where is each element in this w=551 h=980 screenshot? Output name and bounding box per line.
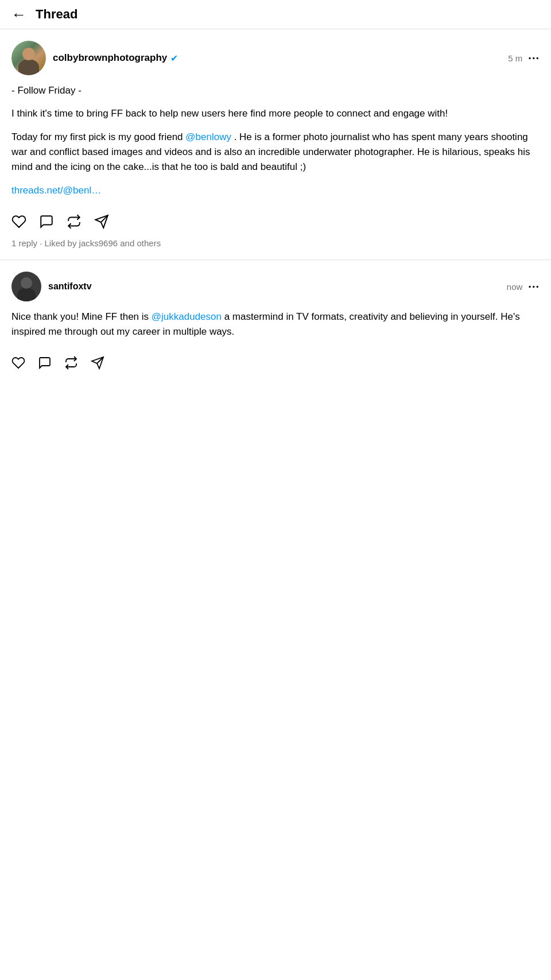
reply-body: Nice thank you! Mine FF then is @jukkadu… xyxy=(11,309,540,340)
mention-jukkadudeson[interactable]: @jukkadudeson xyxy=(152,311,222,322)
repost-button[interactable] xyxy=(67,214,82,229)
avatar-image xyxy=(11,41,46,75)
reply-share-icon xyxy=(91,356,104,370)
username: colbybrownphotography xyxy=(53,52,167,64)
like-button[interactable] xyxy=(11,214,26,229)
reply-repost-button[interactable] xyxy=(64,356,78,370)
header: ← Thread xyxy=(0,0,551,29)
comment-button[interactable] xyxy=(39,214,54,229)
reply-actions xyxy=(11,349,540,377)
reply-share-button[interactable] xyxy=(91,356,104,370)
back-button[interactable]: ← xyxy=(11,7,26,22)
reply-repost-icon xyxy=(64,356,78,370)
post-line-1: - Follow Friday - xyxy=(11,83,540,98)
post-body: - Follow Friday - I think it's time to b… xyxy=(11,83,540,198)
more-options-button[interactable]: ··· xyxy=(528,52,540,65)
post-meta: colbybrownphotography ✔ 5 m ··· xyxy=(53,52,540,65)
reply-heart-icon xyxy=(11,356,25,370)
reply-comment-button[interactable] xyxy=(38,356,52,370)
share-icon xyxy=(94,214,109,229)
post-time: 5 m xyxy=(508,53,522,63)
heart-icon xyxy=(11,214,26,229)
page-title: Thread xyxy=(36,7,77,22)
reply-avatar xyxy=(11,272,41,301)
reply-time: now xyxy=(507,282,523,292)
share-button[interactable] xyxy=(94,214,109,229)
main-post: colbybrownphotography ✔ 5 m ··· - Follow… xyxy=(0,29,551,259)
reply-comment-icon xyxy=(38,356,52,370)
reply-post: santifoxtv now ··· Nice thank you! Mine … xyxy=(0,260,551,377)
reply-like-button[interactable] xyxy=(11,356,25,370)
post-stats: 1 reply · Liked by jacks9696 and others xyxy=(11,236,540,259)
post-link[interactable]: threads.net/@benl… xyxy=(11,183,540,198)
username-row: colbybrownphotography ✔ xyxy=(53,52,508,64)
reply-username-row: santifoxtv xyxy=(48,281,507,292)
post-line-2: I think it's time to bring FF back to he… xyxy=(11,106,540,121)
reply-avatar-image xyxy=(11,272,41,301)
mention-benlowy[interactable]: @benlowy xyxy=(185,131,231,142)
post-header: colbybrownphotography ✔ 5 m ··· xyxy=(11,41,540,75)
comment-icon xyxy=(39,214,54,229)
avatar xyxy=(11,41,46,75)
reply-header: santifoxtv now ··· xyxy=(11,272,540,301)
post-line-3: Today for my first pick is my good frien… xyxy=(11,130,540,175)
reply-username: santifoxtv xyxy=(48,281,92,292)
reply-more-options-button[interactable]: ··· xyxy=(528,280,540,293)
verified-badge-icon: ✔ xyxy=(170,53,178,64)
post-actions xyxy=(11,207,540,236)
repost-icon xyxy=(67,214,82,229)
thread-link[interactable]: threads.net/@benl… xyxy=(11,185,101,196)
reply-meta: santifoxtv now ··· xyxy=(48,280,540,293)
